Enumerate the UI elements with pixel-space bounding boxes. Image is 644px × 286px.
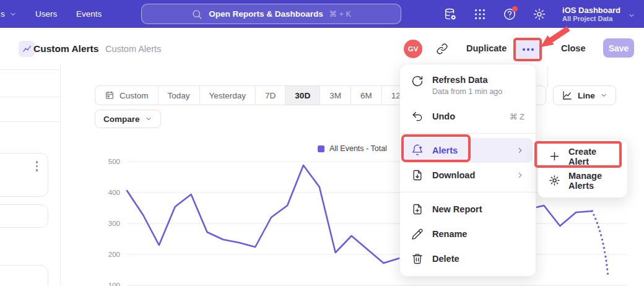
date-range-segmented-control: Custom Today Yesterday 7D 30D 3M 6M 12M (95, 85, 417, 105)
project-switcher[interactable]: iOS Dashboard All Project Data (562, 6, 644, 23)
nav-item-label: Events (76, 9, 102, 19)
undo-icon (411, 110, 424, 123)
menu-divider (400, 192, 536, 193)
menu-label: Alerts (432, 145, 458, 155)
chart-type-button[interactable]: Line (553, 85, 616, 105)
file-plus-icon (411, 203, 424, 215)
chevron-down-icon (9, 11, 17, 18)
copy-link-icon[interactable] (436, 43, 448, 55)
nav-item-label: Users (35, 9, 57, 19)
kebab-menu-icon[interactable] (36, 161, 38, 171)
save-button[interactable]: Save (603, 38, 634, 58)
calendar-icon (105, 90, 115, 100)
chevron-down-icon (600, 92, 607, 99)
chevron-right-icon (516, 171, 524, 180)
search-shortcut: ⌘ + K (329, 9, 351, 19)
gear-icon (549, 175, 560, 186)
avatar[interactable]: GV (404, 40, 422, 58)
menu-label: New Report (432, 204, 482, 214)
svg-text:300: 300 (108, 220, 120, 227)
file-download-icon (411, 169, 424, 181)
nav-item-label: s (1, 9, 5, 19)
menu-shortcut: ⌘ Z (509, 112, 524, 121)
bell-plus-icon (411, 144, 424, 157)
page-title: Custom Alerts (33, 43, 98, 54)
menu-label: Refresh Data (432, 75, 502, 85)
nav-item-events[interactable]: Events (76, 0, 102, 28)
menu-item-undo[interactable]: Undo ⌘ Z (400, 104, 536, 129)
line-chart-icon (562, 90, 573, 101)
range-today[interactable]: Today (159, 86, 200, 105)
menu-item-refresh-data[interactable]: Refresh Data Data from 1 min ago (400, 69, 536, 104)
apps-grid-icon[interactable] (473, 7, 487, 21)
search-icon (191, 9, 202, 20)
trash-icon (411, 253, 424, 265)
project-info: iOS Dashboard All Project Data (562, 6, 620, 23)
nav-item-partial[interactable]: s (0, 0, 17, 28)
notification-dot (512, 6, 518, 12)
menu-item-download[interactable]: Download (400, 163, 536, 188)
range-6m[interactable]: 6M (351, 86, 382, 105)
range-yesterday[interactable]: Yesterday (200, 86, 256, 105)
submenu-item-manage-alerts[interactable]: Manage Alerts (538, 168, 627, 193)
svg-text:500: 500 (108, 158, 120, 165)
close-button[interactable]: Close (561, 43, 586, 53)
duplicate-button[interactable]: Duplicate (466, 43, 507, 53)
sidebar-row (0, 64, 60, 70)
range-7d[interactable]: 7D (256, 86, 285, 105)
menu-item-rename[interactable]: Rename (400, 222, 536, 246)
svg-text:200: 200 (108, 251, 120, 258)
sidebar-report-card[interactable] (0, 265, 48, 286)
alerts-submenu: Create Alert Manage Alerts (537, 139, 628, 198)
submenu-label: Create Alert (568, 147, 617, 167)
data-management-icon[interactable] (443, 7, 457, 21)
legend-label: All Events - Total (329, 144, 387, 153)
pencil-icon (411, 228, 424, 240)
settings-gear-icon[interactable] (533, 7, 546, 21)
sidebar-report-card[interactable] (0, 153, 48, 197)
menu-divider (400, 133, 536, 134)
chevron-down-icon (628, 11, 635, 18)
report-header: Custom Alerts Custom Alerts GV Duplicate… (0, 28, 644, 64)
sidebar-row (0, 97, 60, 122)
nav-icon-group: iOS Dashboard All Project Data (443, 0, 644, 28)
range-3m[interactable]: 3M (320, 86, 351, 105)
chart-legend-item[interactable]: All Events - Total (318, 144, 387, 153)
menu-label: Undo (432, 111, 455, 121)
menu-sublabel: Data from 1 min ago (432, 87, 502, 96)
refresh-icon (411, 75, 424, 87)
range-30d-selected[interactable]: 30D (285, 86, 320, 105)
nav-item-users[interactable]: Users (35, 0, 57, 28)
chevron-right-icon (516, 146, 524, 155)
app-window: 100200300400500 All Events - Total s Use… (0, 0, 644, 286)
legend-swatch (318, 145, 324, 152)
submenu-item-create-alert[interactable]: Create Alert (538, 144, 627, 168)
divider (547, 66, 548, 87)
compare-button[interactable]: Compare (95, 110, 161, 128)
context-menu: Refresh Data Data from 1 min ago Undo ⌘ … (399, 64, 536, 277)
menu-label: Delete (432, 254, 459, 264)
menu-label: Download (432, 170, 475, 180)
sidebar-row (0, 70, 60, 97)
menu-item-delete[interactable]: Delete (400, 246, 536, 271)
range-custom[interactable]: Custom (95, 86, 159, 105)
sidebar-report-card[interactable] (0, 204, 48, 228)
svg-text:100: 100 (108, 282, 120, 286)
top-nav: s Users Events Open Reports & Dashboards… (0, 0, 644, 28)
search-placeholder: Open Reports & Dashboards (209, 9, 323, 19)
project-scope: All Project Data (562, 15, 612, 23)
report-type-icon (19, 41, 35, 57)
project-name: iOS Dashboard (562, 6, 620, 15)
breadcrumb: Custom Alerts (105, 44, 161, 54)
search-input[interactable]: Open Reports & Dashboards ⌘ + K (141, 4, 401, 24)
submenu-label: Manage Alerts (568, 171, 617, 191)
help-icon[interactable] (503, 7, 516, 21)
menu-item-new-report[interactable]: New Report (400, 197, 536, 222)
chevron-down-icon (145, 115, 152, 123)
more-options-button[interactable] (516, 40, 539, 58)
menu-item-alerts[interactable]: Alerts (403, 138, 533, 163)
menu-label: Rename (432, 229, 467, 239)
plus-icon (549, 150, 560, 162)
svg-text:400: 400 (108, 189, 120, 196)
